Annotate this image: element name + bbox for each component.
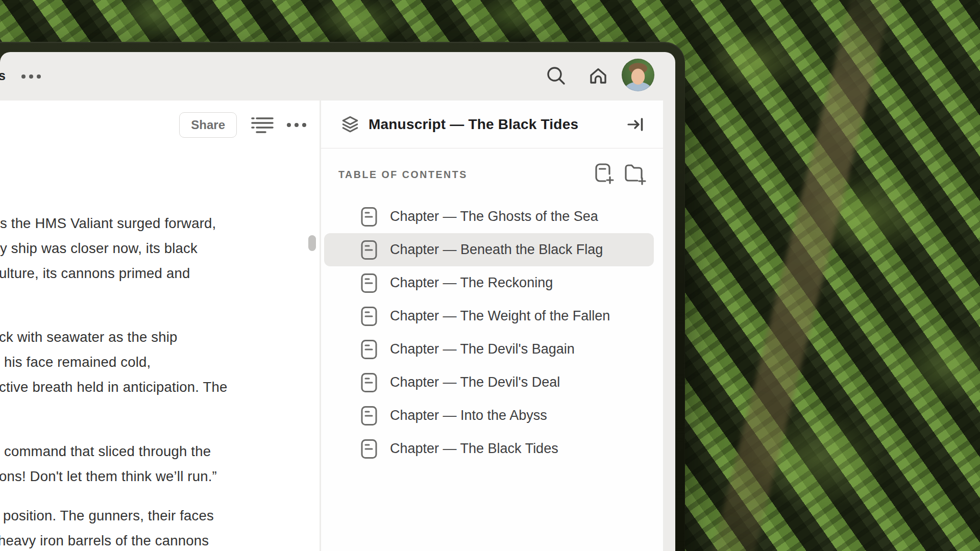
- page-icon: [360, 406, 378, 426]
- chapter-label: Chapter — The Black Tides: [390, 441, 558, 457]
- document-text-line: his face remained cold,: [4, 350, 151, 374]
- document-text-line: ons! Don't let them think we’ll run.”: [0, 464, 217, 489]
- toc-panel: Manuscript — The Black Tides TABLE OF CO…: [321, 101, 663, 551]
- chapter-label: Chapter — Into the Abyss: [390, 408, 547, 423]
- document-text-line: ulture, its cannons primed and: [0, 261, 190, 286]
- page-icon: [360, 339, 378, 360]
- chapter-label: Chapter — The Devil's Bagain: [390, 341, 575, 357]
- chapter-label: Chapter — The Weight of the Fallen: [390, 308, 610, 324]
- document-text-line: ctive breath held in anticipation. The: [0, 375, 227, 399]
- toc-section-header: TABLE OF CONTENTS: [321, 148, 663, 199]
- document-text-line: command that sliced through the: [4, 439, 211, 464]
- chapter-label: Chapter — Beneath the Black Flag: [390, 242, 603, 258]
- add-document-icon[interactable]: [595, 163, 615, 185]
- chapter-label: Chapter — The Reckoning: [390, 275, 553, 291]
- document-text: s the HMS Valiant surged forward,y ship …: [0, 101, 320, 551]
- page-icon: [360, 240, 378, 260]
- search-icon[interactable]: [545, 65, 567, 86]
- chapter-list: Chapter — The Ghosts of the Sea Chapter …: [321, 200, 663, 465]
- document-text-line: position. The gunners, their faces: [3, 504, 214, 528]
- panel-title: Manuscript — The Black Tides: [369, 116, 578, 133]
- add-folder-icon[interactable]: [624, 163, 647, 185]
- document-text-line: s the HMS Valiant surged forward,: [0, 211, 216, 236]
- layers-icon: [340, 115, 360, 134]
- home-icon[interactable]: [587, 65, 609, 87]
- chapter-row[interactable]: Chapter — The Reckoning: [324, 266, 654, 299]
- more-icon[interactable]: [21, 74, 41, 79]
- chapter-row[interactable]: Chapter — The Devil's Bagain: [324, 333, 654, 366]
- truncated-window-title: s: [0, 68, 6, 83]
- chapter-row[interactable]: Chapter — The Devil's Deal: [324, 366, 654, 399]
- chapter-row[interactable]: Chapter — Beneath the Black Flag: [324, 233, 654, 266]
- chapter-label: Chapter — The Devil's Deal: [390, 374, 560, 390]
- chapter-row[interactable]: Chapter — The Black Tides: [324, 432, 654, 465]
- collapse-right-icon[interactable]: [626, 116, 645, 133]
- chapter-row[interactable]: Chapter — The Weight of the Fallen: [324, 299, 654, 333]
- chapter-label: Chapter — The Ghosts of the Sea: [390, 209, 598, 224]
- avatar[interactable]: [622, 59, 654, 91]
- document-pane: Share s the HMS Valiant surged forward,y…: [0, 101, 320, 551]
- panel-header: Manuscript — The Black Tides: [321, 101, 663, 148]
- page-icon: [360, 306, 378, 327]
- topbar: s: [0, 52, 675, 101]
- page-icon: [360, 439, 378, 459]
- document-scrollbar[interactable]: [308, 235, 316, 251]
- window-frame: s Share: [0, 42, 685, 551]
- toc-section-title: TABLE OF CONTENTS: [338, 169, 468, 181]
- document-text-line: heavy iron barrels of the cannons: [0, 529, 209, 551]
- page-icon: [360, 207, 378, 227]
- chapter-row[interactable]: Chapter — Into the Abyss: [324, 399, 654, 432]
- document-text-line: y ship was closer now, its black: [0, 236, 198, 261]
- chapter-row[interactable]: Chapter — The Ghosts of the Sea: [324, 200, 654, 233]
- page-icon: [360, 273, 378, 293]
- document-text-line: ck with seawater as the ship: [0, 325, 178, 349]
- page-icon: [360, 372, 378, 393]
- app-window: s Share: [0, 52, 675, 551]
